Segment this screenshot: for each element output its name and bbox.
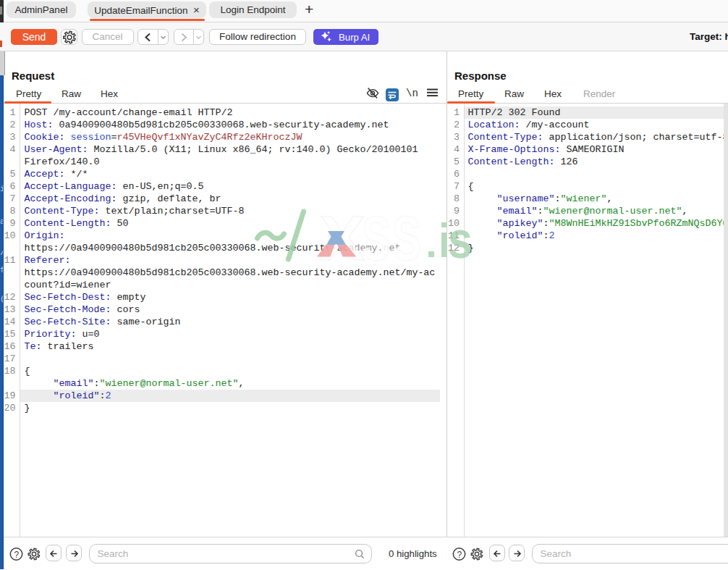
svg-text:?: ? [14, 550, 20, 560]
svg-text:?: ? [457, 550, 462, 560]
svg-text:Burp AI: Burp AI [339, 32, 370, 43]
